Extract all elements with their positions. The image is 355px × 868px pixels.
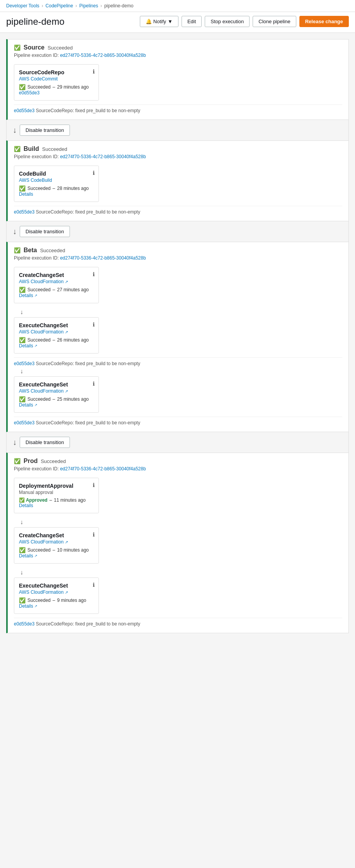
action-beta-create-details-link[interactable]: Details ↗ <box>19 293 94 298</box>
stage-beta: ✅ Beta Succeeded Pipeline execution ID: … <box>6 242 349 432</box>
action-beta-exec2-info-icon[interactable]: ℹ <box>93 381 95 387</box>
edit-button[interactable]: Edit <box>182 16 202 27</box>
stage-source-body: ℹ SourceCodeRepo AWS CodeCommit ✅ Succee… <box>8 61 348 120</box>
breadcrumb-developer-tools[interactable]: Developer Tools <box>6 3 39 9</box>
ext-icon-4: ↗ <box>34 344 37 348</box>
stage-build-exec-link[interactable]: ed274f70-5336-4c72-b865-30040f4a528b <box>60 154 146 159</box>
action-codebuild-info-icon[interactable]: ℹ <box>93 170 95 176</box>
action-beta-exec2-name: ExecuteChangeSet <box>19 381 94 388</box>
action-prod-create-name: CreateChangeSet <box>19 532 94 538</box>
action-prod-execute-details-link[interactable]: Details ↗ <box>19 603 94 609</box>
action-beta-create-name: CreateChangeSet <box>19 272 94 278</box>
transition-beta-prod: ↓ Disable transition <box>6 432 349 453</box>
action-prod-execute-success-icon: ✅ <box>19 597 25 603</box>
action-prod-approval-name: DeploymentApproval <box>19 483 94 489</box>
source-commit-hash[interactable]: e0d55de3 <box>14 108 34 113</box>
action-beta-exec1-provider[interactable]: AWS CloudFormation ↗ <box>19 329 94 335</box>
beta-commit-hash-mid[interactable]: e0d55de3 <box>14 361 34 366</box>
action-beta-create-provider[interactable]: AWS CloudFormation ↗ <box>19 279 94 284</box>
action-codebuild-details-link[interactable]: Details <box>19 191 94 197</box>
stage-source-commit-line: e0d55de3 SourceCodeRepo: fixed pre_build… <box>14 104 342 113</box>
prod-arrow-2: ↓ <box>20 569 23 576</box>
stage-build: ✅ Build Succeeded Pipeline execution ID:… <box>6 140 349 221</box>
action-beta-exec1-name: ExecuteChangeSet <box>19 322 94 328</box>
notify-button[interactable]: 🔔 Notify ▼ <box>140 16 178 27</box>
action-beta-create-changeset: ℹ CreateChangeSet AWS CloudFormation ↗ ✅… <box>14 267 99 303</box>
action-prod-execute-result: ✅ Succeeded – 9 minutes ago <box>19 597 94 603</box>
stage-build-commit-line: e0d55de3 SourceCodeRepo: fixed pre_build… <box>14 206 342 215</box>
action-codebuild: ℹ CodeBuild AWS CodeBuild ✅ Succeeded – … <box>14 166 99 202</box>
stage-prod-success-icon: ✅ <box>14 458 20 464</box>
action-beta-exec1-details-link[interactable]: Details ↗ <box>19 343 94 349</box>
ext-icon-8: ↗ <box>34 554 37 558</box>
action-prod-create-info-icon[interactable]: ℹ <box>93 531 95 538</box>
action-source-provider[interactable]: AWS CodeCommit <box>19 76 94 82</box>
transition-arrow-3: ↓ <box>13 438 17 447</box>
stage-beta-commit-end: e0d55de3 SourceCodeRepo: fixed pre_build… <box>14 417 342 425</box>
stage-prod-exec-link[interactable]: ed274f70-5336-4c72-b865-30040f4a528b <box>60 466 146 472</box>
action-prod-create-success-icon: ✅ <box>19 547 25 553</box>
stage-build-status: Succeeded <box>42 146 67 152</box>
action-beta-exec2-details-link[interactable]: Details ↗ <box>19 402 94 408</box>
action-beta-exec1-success-icon: ✅ <box>19 337 25 343</box>
stage-build-success-icon: ✅ <box>14 146 20 152</box>
breadcrumb-codepipeline[interactable]: CodePipeline <box>46 3 73 9</box>
prod-connector-1: ↓ <box>14 517 342 527</box>
disable-transition-2-button[interactable]: Disable transition <box>20 226 70 237</box>
action-beta-create-result: ✅ Succeeded – 27 minutes ago <box>19 287 94 293</box>
stop-execution-button[interactable]: Stop execution <box>205 16 250 27</box>
action-beta-execute-changeset-1: ℹ ExecuteChangeSet AWS CloudFormation ↗ … <box>14 317 99 354</box>
action-codebuild-name: CodeBuild <box>19 171 94 177</box>
action-codebuild-result: ✅ Succeeded – 28 minutes ago <box>19 185 94 191</box>
action-codebuild-sep: – <box>53 186 55 191</box>
action-beta-create-info-icon[interactable]: ℹ <box>93 271 95 277</box>
page-title: pipeline-demo <box>6 16 65 27</box>
action-prod-execute-info-icon[interactable]: ℹ <box>93 582 95 588</box>
breadcrumb-current: pipeline-demo <box>104 3 133 9</box>
external-icon-5: ↗ <box>65 389 68 393</box>
stage-beta-status: Succeeded <box>40 248 65 253</box>
action-source-codecommit: ℹ SourceCodeRepo AWS CodeCommit ✅ Succee… <box>14 64 99 101</box>
disable-transition-1-button[interactable]: Disable transition <box>20 125 70 136</box>
action-prod-approval-details-link[interactable]: Details <box>19 503 94 508</box>
action-source-commit-link[interactable]: e0d55de3 <box>19 90 94 96</box>
build-commit-hash[interactable]: e0d55de3 <box>14 209 34 215</box>
action-beta-exec2-provider[interactable]: AWS CloudFormation ↗ <box>19 388 94 394</box>
stage-beta-header: ✅ Beta Succeeded Pipeline execution ID: … <box>8 242 348 264</box>
beta-connector-1: ↓ <box>14 307 342 317</box>
action-source-success-icon: ✅ <box>19 84 25 90</box>
prod-commit-hash[interactable]: e0d55de3 <box>14 621 34 627</box>
header-actions: 🔔 Notify ▼ Edit Stop execution Clone pip… <box>140 16 349 27</box>
beta-arrow-1: ↓ <box>20 309 23 316</box>
action-prod-create-details-link[interactable]: Details ↗ <box>19 553 94 559</box>
action-prod-create-provider[interactable]: AWS CloudFormation ↗ <box>19 539 94 545</box>
beta-commit-hash-end[interactable]: e0d55de3 <box>14 420 34 425</box>
action-prod-approval: ℹ DeploymentApproval Manual approval ✅ A… <box>14 478 99 513</box>
stage-source: ✅ Source Succeeded Pipeline execution ID… <box>6 39 349 120</box>
stage-prod-body: ℹ DeploymentApproval Manual approval ✅ A… <box>8 475 348 633</box>
chevron-down-icon: ▼ <box>168 19 173 24</box>
action-prod-approval-info-icon[interactable]: ℹ <box>93 482 95 488</box>
release-change-button[interactable]: Release change <box>299 16 349 27</box>
ext-icon-2: ↗ <box>34 294 37 297</box>
stage-source-exec-link[interactable]: ed274f70-5336-4c72-b865-30040f4a528b <box>60 53 146 58</box>
ext-icon-10: ↗ <box>34 604 37 608</box>
stage-prod-exec-id: Pipeline execution ID: ed274f70-5336-4c7… <box>14 466 342 472</box>
clone-pipeline-button[interactable]: Clone pipeline <box>253 16 296 27</box>
disable-transition-3-button[interactable]: Disable transition <box>20 437 70 448</box>
action-beta-exec1-info-icon[interactable]: ℹ <box>93 321 95 328</box>
stage-source-header: ✅ Source Succeeded Pipeline execution ID… <box>8 39 348 61</box>
stage-source-exec-id: Pipeline execution ID: ed274f70-5336-4c7… <box>14 53 342 58</box>
stage-beta-exec-link[interactable]: ed274f70-5336-4c72-b865-30040f4a528b <box>60 255 146 261</box>
action-codebuild-success-icon: ✅ <box>19 185 25 191</box>
action-codebuild-provider[interactable]: AWS CodeBuild <box>19 178 94 183</box>
ext-icon-6: ↗ <box>34 403 37 407</box>
action-prod-create-changeset: ℹ CreateChangeSet AWS CloudFormation ↗ ✅… <box>14 527 99 564</box>
action-beta-execute-changeset-2: ℹ ExecuteChangeSet AWS CloudFormation ↗ … <box>14 376 99 413</box>
action-source-info-icon[interactable]: ℹ <box>93 68 95 75</box>
build-commit-msg: SourceCodeRepo: fixed pre_build to be no… <box>36 209 140 215</box>
stage-source-name: Source <box>24 44 44 51</box>
action-prod-execute-provider[interactable]: AWS CloudFormation ↗ <box>19 589 94 595</box>
beta-arrow-2: ↓ <box>20 368 23 375</box>
breadcrumb-pipelines[interactable]: Pipelines <box>79 3 98 9</box>
